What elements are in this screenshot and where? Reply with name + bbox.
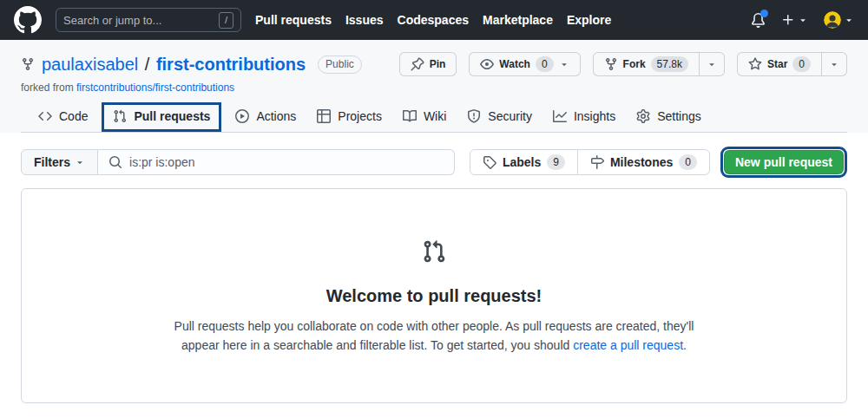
tab-label: Pull requests [134, 109, 210, 123]
tab-label: Security [488, 109, 532, 123]
nav-explore[interactable]: Explore [567, 13, 611, 27]
slash-shortcut-key: / [219, 12, 233, 29]
repo-forked-icon [21, 57, 35, 71]
empty-state-description: Pull requests help you collaborate on co… [174, 317, 694, 356]
fork-dropdown-button[interactable] [699, 52, 725, 76]
repo-title: paulaxisabel / first-contributions Publi… [21, 55, 362, 75]
notifications-button[interactable] [751, 13, 766, 28]
repo-forked-icon [604, 57, 618, 71]
highlight-box-new-pull-request: New pull request [720, 147, 847, 178]
milestones-label: Milestones [610, 155, 673, 169]
nav-marketplace[interactable]: Marketplace [483, 13, 553, 27]
tab-settings[interactable]: Settings [629, 102, 708, 132]
tab-pull-requests[interactable]: Pull requests [102, 102, 221, 132]
tab-label: Settings [657, 109, 701, 123]
shield-icon [467, 109, 481, 123]
filter-bar: Filters is:pr is:open Labels 9 [21, 147, 847, 178]
repo-owner-link[interactable]: paulaxisabel [42, 55, 138, 74]
github-logo[interactable] [14, 6, 42, 34]
graph-icon [553, 109, 567, 123]
chevron-down-icon [829, 59, 839, 69]
book-icon [403, 109, 417, 123]
fork-label: Fork [623, 58, 646, 70]
watch-button[interactable]: Watch 0 [469, 52, 580, 76]
labels-label: Labels [503, 155, 541, 169]
chevron-down-icon [75, 157, 85, 167]
create-pull-request-link[interactable]: create a pull request [573, 338, 683, 352]
visibility-badge: Public [318, 56, 362, 74]
nav-codespaces[interactable]: Codespaces [398, 13, 469, 27]
tab-wiki[interactable]: Wiki [396, 102, 453, 132]
watch-label: Watch [499, 58, 530, 70]
chevron-down-icon [707, 59, 717, 69]
git-pull-request-icon [113, 109, 127, 123]
header-actions [751, 11, 854, 29]
tab-label: Projects [338, 109, 382, 123]
global-nav: Pull requests Issues Codespaces Marketpl… [255, 13, 611, 27]
eye-icon [480, 57, 494, 71]
filters-dropdown-button[interactable]: Filters [21, 149, 98, 175]
issues-search-input[interactable]: is:pr is:open [98, 149, 455, 175]
fork-button[interactable]: Fork 57.8k [593, 52, 700, 76]
star-label: Star [767, 58, 787, 70]
tab-insights[interactable]: Insights [546, 102, 622, 132]
tab-projects[interactable]: Projects [310, 102, 389, 132]
labels-count: 9 [547, 154, 565, 170]
repo-action-buttons: Pin Watch 0 Fork 57.8k [399, 52, 847, 76]
milestone-icon [590, 155, 604, 169]
user-menu-button[interactable] [824, 11, 854, 29]
star-button-group: Star 0 [737, 52, 847, 76]
gear-icon [636, 109, 650, 123]
repo-tab-nav: Code Pull requests Actions Projects Wiki [21, 102, 847, 133]
tab-label: Actions [256, 109, 296, 123]
pin-label: Pin [430, 58, 446, 70]
code-icon [38, 109, 52, 123]
watch-count: 0 [536, 56, 554, 72]
empty-state-title: Welcome to pull requests! [326, 286, 542, 306]
avatar [824, 11, 841, 29]
star-dropdown-button[interactable] [821, 52, 847, 76]
pin-icon [411, 57, 424, 71]
empty-state-panel: Welcome to pull requests! Pull requests … [21, 188, 847, 403]
repo-title-separator: / [143, 55, 152, 74]
tag-icon [483, 155, 496, 169]
milestones-button[interactable]: Milestones 0 [577, 149, 710, 175]
search-filter-group: Filters is:pr is:open [21, 149, 455, 175]
labels-milestones-group: Labels 9 Milestones 0 [470, 149, 710, 175]
star-button[interactable]: Star 0 [737, 52, 822, 76]
upstream-repo-link[interactable]: firstcontributions/first-contributions [76, 82, 234, 94]
new-pull-request-button[interactable]: New pull request [724, 150, 844, 174]
repo-name-link[interactable]: first-contributions [156, 55, 306, 74]
tab-security[interactable]: Security [460, 102, 539, 132]
labels-button[interactable]: Labels 9 [470, 149, 578, 175]
nav-pull-requests[interactable]: Pull requests [255, 13, 332, 27]
nav-issues[interactable]: Issues [345, 13, 384, 27]
git-pull-request-icon [422, 239, 446, 264]
global-header: Search or jump to... / Pull requests Iss… [0, 0, 868, 40]
fork-button-group: Fork 57.8k [593, 52, 725, 76]
global-search-input[interactable]: Search or jump to... / [56, 8, 241, 32]
plus-icon [781, 13, 795, 27]
chevron-down-icon [798, 15, 808, 25]
tab-label: Insights [574, 109, 615, 123]
milestones-count: 0 [679, 154, 697, 170]
tab-label: Code [59, 109, 88, 123]
chevron-down-icon [559, 59, 569, 69]
unread-notification-dot [760, 10, 768, 17]
forked-from-line: forked from firstcontributions/first-con… [21, 82, 847, 94]
fork-count: 57.8k [651, 56, 688, 72]
pull-requests-content: Filters is:pr is:open Labels 9 [0, 133, 868, 417]
chevron-down-icon [844, 15, 854, 25]
tab-label: Wiki [424, 109, 446, 123]
filters-label: Filters [34, 155, 70, 169]
create-new-button[interactable] [781, 13, 808, 27]
tab-code[interactable]: Code [31, 102, 95, 132]
pin-button[interactable]: Pin [399, 52, 457, 76]
search-query-value: is:pr is:open [129, 155, 194, 169]
project-table-icon [317, 109, 331, 123]
tab-actions[interactable]: Actions [228, 102, 303, 132]
description-period: . [683, 338, 687, 352]
star-icon [748, 57, 762, 71]
search-placeholder: Search or jump to... [63, 14, 161, 27]
star-count: 0 [792, 56, 811, 72]
